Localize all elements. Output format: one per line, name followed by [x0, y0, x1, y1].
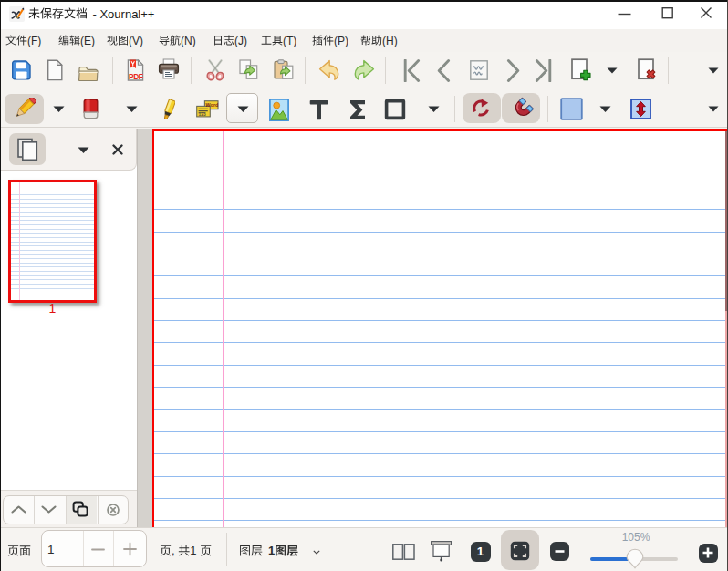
svg-text:(V): (V): [129, 35, 143, 47]
svg-text:(P): (P): [334, 35, 348, 47]
svg-text:PDF: PDF: [129, 71, 143, 80]
svg-text:(J): (J): [234, 35, 247, 47]
svg-text:1: 1: [268, 545, 275, 557]
svg-text:(T): (T): [283, 35, 296, 47]
svg-text:123: 123: [199, 112, 206, 117]
svg-text:,: ,: [172, 545, 175, 557]
svg-text:Word: Word: [206, 102, 219, 108]
svg-text:(E): (E): [80, 35, 95, 47]
svg-text:(N): (N): [181, 35, 196, 47]
svg-text:1: 1: [190, 545, 196, 557]
svg-text:(F): (F): [27, 35, 41, 47]
svg-text:(H): (H): [382, 35, 398, 47]
